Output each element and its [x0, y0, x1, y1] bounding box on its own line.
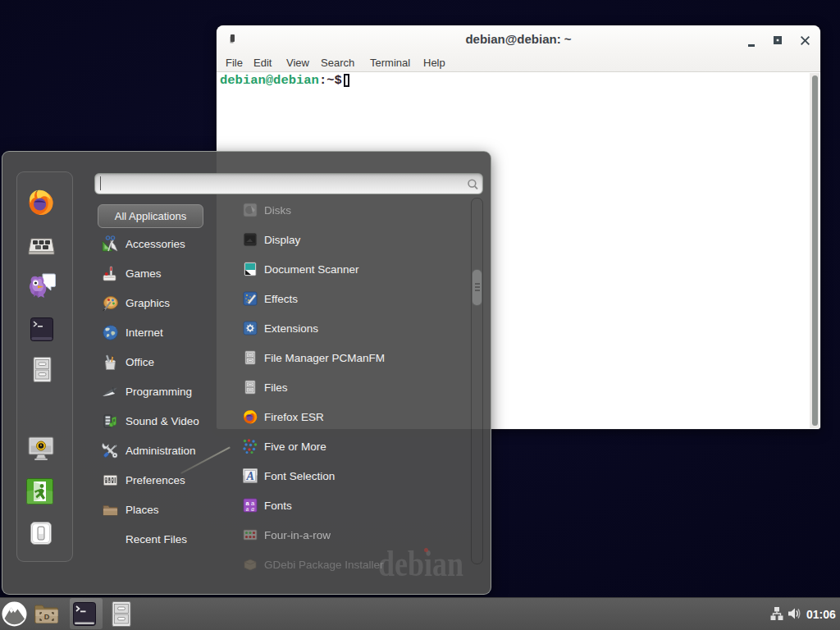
- svg-text:a: a: [251, 505, 254, 513]
- svg-text:A: A: [246, 470, 254, 482]
- svg-text:D: D: [44, 613, 50, 621]
